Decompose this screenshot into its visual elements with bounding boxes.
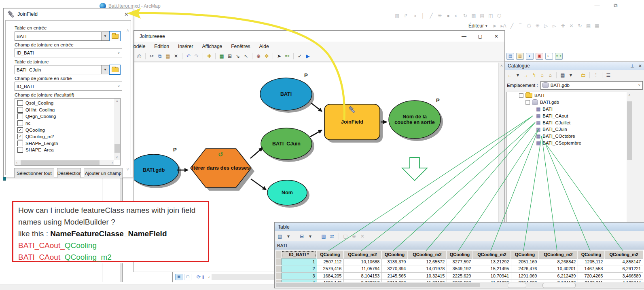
- scroll-right-icon[interactable]: ›: [112, 161, 113, 165]
- close-icon[interactable]: ✕: [488, 34, 504, 39]
- value-cell[interactable]: 2426,476: [511, 265, 539, 273]
- row-selector[interactable]: [275, 265, 281, 273]
- column-header[interactable]: QCooling_m2: [408, 250, 447, 258]
- catalog-window-icon[interactable]: ▥: [516, 53, 524, 60]
- value-cell[interactable]: 8,732217: [343, 279, 381, 283]
- collapse-icon[interactable]: −: [519, 93, 523, 98]
- value-cell[interactable]: 2132,311: [578, 279, 605, 283]
- column-header[interactable]: QCooling_m2: [605, 250, 643, 258]
- output-join-field-dropdown[interactable]: ID_BATI ˅: [15, 82, 122, 91]
- model-node-gdb[interactable]: BATI.gdb: [134, 154, 179, 186]
- up-one-level-icon[interactable]: ↰: [531, 71, 537, 79]
- paste-icon[interactable]: ▤: [165, 53, 171, 60]
- value-cell[interactable]: 2051,169: [511, 258, 539, 265]
- model-node-nom[interactable]: Nom: [267, 180, 307, 205]
- menu-aide[interactable]: Aide: [255, 42, 273, 50]
- tree-view-icon[interactable]: ⫶: [593, 71, 599, 79]
- scroll-up-icon[interactable]: ˄: [627, 93, 632, 97]
- collapse-icon[interactable]: −: [525, 100, 530, 105]
- app-minimize-button[interactable]: —: [591, 2, 603, 8]
- toc-icon[interactable]: ▤: [506, 53, 514, 60]
- back-icon[interactable]: ←: [507, 71, 513, 79]
- value-cell[interactable]: 10,70941: [473, 272, 511, 279]
- menu-edition[interactable]: Edition: [150, 42, 174, 50]
- column-header[interactable]: QCooling_m2: [539, 250, 578, 258]
- checkbox-unchecked-icon[interactable]: [17, 147, 23, 153]
- column-header[interactable]: QCooling_m2: [473, 250, 511, 258]
- value-cell[interactable]: 1291,069: [511, 272, 539, 279]
- value-cell[interactable]: 8,268842: [539, 258, 578, 265]
- join-field-option[interactable]: QHht_Cooling: [15, 107, 114, 113]
- value-cell[interactable]: 10,10688: [343, 258, 381, 265]
- tree-item-bati_cseptembre[interactable]: ▦BATI_CSeptembre: [507, 140, 627, 147]
- menu-inserer[interactable]: Insérer: [174, 42, 197, 50]
- python-window-icon[interactable]: ›_: [545, 53, 553, 60]
- joinfield-dialog-titlebar[interactable]: JoinField ✕: [4, 8, 133, 20]
- value-cell[interactable]: 2507,112: [317, 258, 343, 265]
- dropdown-arrow-icon[interactable]: ▼: [101, 65, 109, 74]
- close-icon[interactable]: ✕: [638, 63, 642, 69]
- checkbox-checked-icon[interactable]: ✓: [17, 127, 23, 133]
- table-row[interactable]: 44509,1428,7322175717,26811,071825999,50…: [275, 279, 643, 283]
- horizontal-scrollbar[interactable]: [212, 274, 277, 280]
- toolbox-icon[interactable]: ▣: [536, 53, 543, 60]
- pan-icon[interactable]: ✥: [264, 53, 269, 60]
- value-cell[interactable]: 11,05764: [343, 265, 381, 273]
- scroll-left-icon[interactable]: ‹: [208, 275, 210, 279]
- add-field-button[interactable]: Ajouter un champ: [84, 168, 123, 178]
- app-restore-button[interactable]: ⧉: [610, 2, 621, 9]
- dropdown-caret-icon[interactable]: ▾: [568, 71, 574, 79]
- value-cell[interactable]: 3549,192: [447, 265, 473, 273]
- zoom-selected-icon[interactable]: ⊕: [351, 233, 357, 240]
- tree-item-bati[interactable]: −BATI: [507, 92, 627, 99]
- value-cell[interactable]: 14,01978: [408, 265, 447, 273]
- auto-layout-icon[interactable]: ▦: [219, 53, 225, 60]
- value-cell[interactable]: 6,212439: [539, 272, 578, 279]
- value-cell[interactable]: 7,174178: [539, 279, 578, 283]
- refresh-icon[interactable]: ⟳: [197, 274, 201, 280]
- modelbuilder-titlebar[interactable]: Jointureeee — ▢ ✕: [134, 31, 504, 42]
- value-cell[interactable]: 3,466589: [605, 272, 643, 279]
- location-combobox[interactable]: BATI.gdb ˅: [540, 81, 643, 90]
- menu-fenetres[interactable]: Fenêtres: [227, 42, 254, 50]
- layout-view-icon[interactable]: ▢: [184, 274, 191, 280]
- value-cell[interactable]: 2579,416: [317, 265, 343, 273]
- value-cell[interactable]: 11,61839: [473, 279, 511, 283]
- value-cell[interactable]: 1205,112: [578, 258, 605, 265]
- fixed-zoom-out-icon[interactable]: ↖: [243, 53, 249, 60]
- related-tables-icon[interactable]: ⊟: [299, 233, 305, 240]
- column-header[interactable]: QCooling: [447, 250, 473, 258]
- options-icon[interactable]: ☰: [606, 71, 611, 79]
- tree-item-bati_caout[interactable]: ▦BATI_CAout: [507, 112, 627, 119]
- column-header[interactable]: QCooling: [511, 250, 539, 258]
- scroll-down-icon[interactable]: ˅: [116, 156, 118, 160]
- checkbox-unchecked-icon[interactable]: [17, 120, 23, 126]
- editor-menu-button[interactable]: Éditeur ▾: [466, 23, 490, 29]
- value-cell[interactable]: 3704,602: [511, 279, 539, 283]
- table-titlebar[interactable]: Table: [275, 223, 644, 231]
- connect-folder-icon[interactable]: 🗀: [580, 71, 586, 79]
- full-extent-icon[interactable]: ⊞: [227, 53, 233, 60]
- scroll-left-icon[interactable]: ‹: [16, 161, 17, 165]
- value-cell[interactable]: 10,40201: [539, 265, 578, 273]
- value-cell[interactable]: 1467,553: [578, 265, 605, 273]
- tree-item-bati_cjuin[interactable]: ▦BATI_CJuin: [507, 126, 627, 133]
- catalog-header[interactable]: Catalogue ⊥ ✕: [505, 62, 644, 70]
- select-icon[interactable]: ➤: [276, 53, 282, 60]
- tree-item-bati_cjuillet[interactable]: ▦BATI_CJuillet: [507, 119, 627, 126]
- scrollbar-thumb[interactable]: [276, 283, 480, 287]
- value-cell[interactable]: 10,32415: [408, 272, 447, 279]
- id-cell[interactable]: 3: [281, 272, 317, 279]
- undo-icon[interactable]: ↶: [186, 53, 191, 60]
- data-view-icon[interactable]: ▣: [175, 274, 182, 280]
- value-cell[interactable]: 3270,394: [381, 265, 408, 273]
- scrollbar-thumb[interactable]: [627, 101, 632, 160]
- table-row[interactable]: 22579,41611,057643270,39414,019783549,19…: [275, 265, 643, 273]
- row-selector[interactable]: [275, 258, 281, 265]
- tree-item-bati[interactable]: ▦BATI: [507, 106, 627, 113]
- value-cell[interactable]: 8,104153: [343, 272, 381, 279]
- value-cell[interactable]: 3139,379: [381, 258, 408, 265]
- attribute-table[interactable]: ID_BATI *QCoolingQCooling_m2QCoolingQCoo…: [275, 250, 643, 282]
- connect-icon[interactable]: ⚯: [284, 53, 290, 60]
- value-cell[interactable]: 5999,503: [447, 279, 473, 283]
